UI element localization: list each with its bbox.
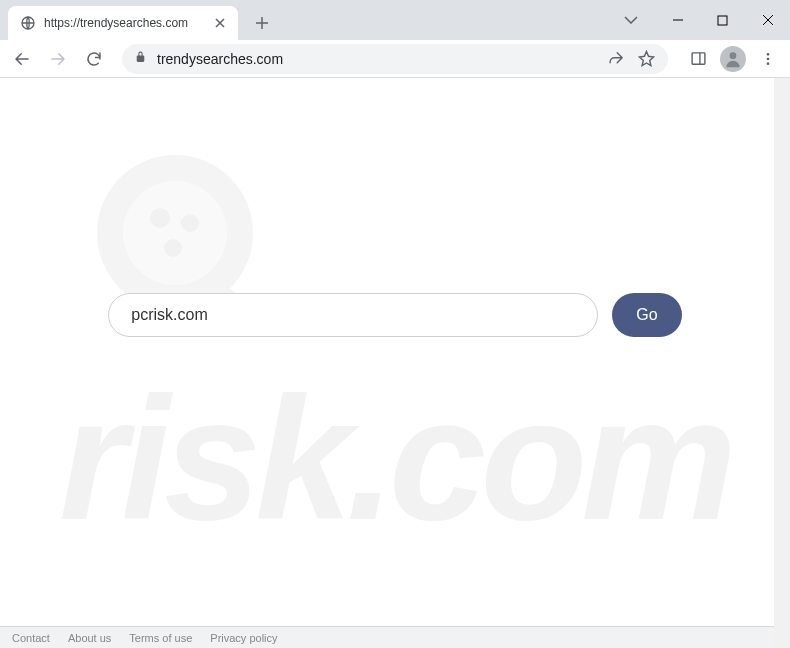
forward-button[interactable] — [42, 43, 74, 75]
tab-title: https://trendysearches.com — [44, 16, 204, 30]
watermark: risk.com — [0, 78, 790, 648]
search-input[interactable] — [108, 293, 598, 337]
globe-icon — [20, 15, 36, 31]
browser-tab[interactable]: https://trendysearches.com — [8, 6, 238, 40]
footer-link-contact[interactable]: Contact — [12, 632, 50, 644]
watermark-text: risk.com — [59, 358, 731, 559]
new-tab-button[interactable] — [248, 9, 276, 37]
address-text: trendysearches.com — [157, 51, 596, 67]
svg-point-4 — [767, 53, 770, 56]
svg-rect-2 — [692, 53, 705, 64]
close-window-button[interactable] — [745, 5, 790, 35]
side-panel-icon[interactable] — [682, 43, 714, 75]
reload-button[interactable] — [78, 43, 110, 75]
footer-link-about[interactable]: About us — [68, 632, 111, 644]
go-button[interactable]: Go — [612, 293, 681, 337]
svg-point-6 — [767, 62, 770, 65]
lock-icon — [134, 50, 147, 67]
browser-titlebar: https://trendysearches.com — [0, 0, 790, 40]
page-footer: Contact About us Terms of use Privacy po… — [0, 626, 790, 648]
svg-rect-1 — [718, 16, 727, 25]
minimize-button[interactable] — [655, 5, 700, 35]
svg-point-5 — [767, 57, 770, 60]
browser-toolbar: trendysearches.com — [0, 40, 790, 78]
footer-link-terms[interactable]: Terms of use — [129, 632, 192, 644]
profile-icon[interactable] — [720, 46, 746, 72]
footer-link-privacy[interactable]: Privacy policy — [210, 632, 277, 644]
svg-point-11 — [164, 239, 182, 257]
search-area: Go — [0, 293, 790, 337]
maximize-button[interactable] — [700, 5, 745, 35]
window-controls — [619, 0, 790, 40]
vertical-scrollbar[interactable] — [774, 78, 790, 648]
back-button[interactable] — [6, 43, 38, 75]
close-icon[interactable] — [212, 15, 228, 31]
menu-icon[interactable] — [752, 43, 784, 75]
svg-point-3 — [730, 52, 737, 59]
svg-point-9 — [150, 208, 170, 228]
page-content: risk.com Go Contact About us Terms of us… — [0, 78, 790, 648]
svg-point-7 — [97, 155, 253, 311]
star-icon[interactable] — [636, 49, 656, 69]
address-bar[interactable]: trendysearches.com — [122, 44, 668, 74]
chevron-down-icon[interactable] — [619, 16, 643, 24]
svg-point-10 — [181, 214, 199, 232]
share-icon[interactable] — [606, 49, 626, 69]
svg-point-8 — [123, 181, 227, 285]
